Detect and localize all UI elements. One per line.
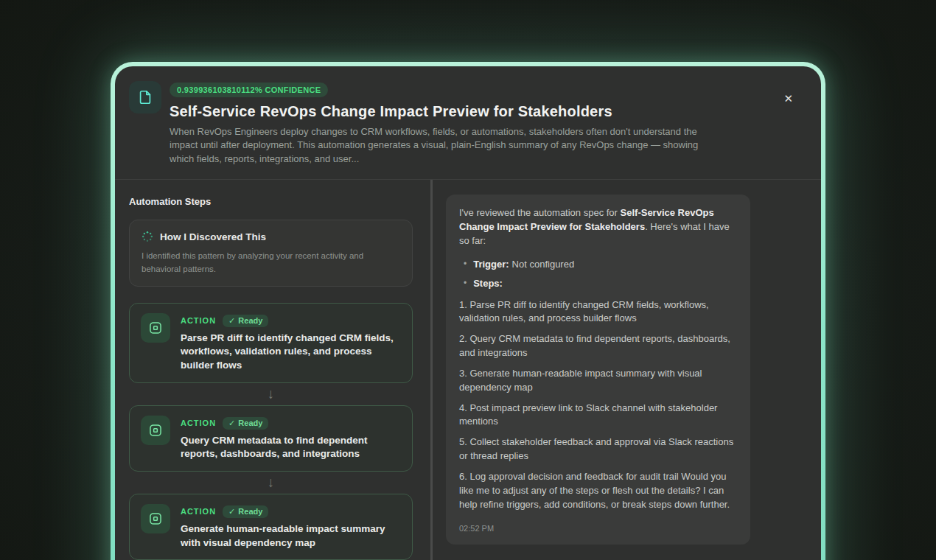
modal-header: 0.939936103810112% CONFIDENCE Self-Servi… (115, 66, 821, 180)
message-intro: I've reviewed the automation spec for Se… (459, 206, 737, 248)
message-timestamp: 02:52 PM (459, 523, 737, 535)
modal-body: Automation Steps (115, 180, 821, 560)
action-icon-tile (141, 416, 170, 445)
message-bullets: • Trigger: Not configured • Steps: (459, 258, 737, 291)
action-icon-tile (141, 504, 170, 533)
discovery-body: I identified this pattern by analyzing y… (142, 250, 400, 276)
close-button[interactable]: ✕ (782, 91, 794, 105)
steps-panel-heading: Automation Steps (129, 196, 413, 207)
step-title: Generate human-readable impact summary w… (181, 522, 401, 550)
discovery-card: How I Discovered This I identified this … (129, 220, 413, 287)
status-badge: ✓Ready (223, 505, 268, 518)
discovery-title: How I Discovered This (160, 231, 266, 242)
modal-surface: 0.939936103810112% CONFIDENCE Self-Servi… (115, 66, 821, 560)
automation-preview-modal: 0.939936103810112% CONFIDENCE Self-Servi… (111, 62, 825, 560)
numbered-step: 4. Post impact preview link to Slack cha… (459, 402, 737, 430)
step-type-label: ACTION (181, 507, 216, 516)
page-title: Self-Service RevOps Change Impact Previe… (170, 103, 719, 120)
flow-arrow-icon: ↓ (129, 472, 413, 494)
automation-steps-panel: Automation Steps (115, 180, 430, 560)
step-type-label: ACTION (181, 316, 216, 325)
action-icon (148, 321, 163, 335)
automation-description: When RevOps Engineers deploy changes to … (170, 125, 719, 166)
message-step-list: 1. Parse PR diff to identify changed CRM… (459, 298, 737, 512)
step-title: Query CRM metadata to find dependent rep… (181, 434, 401, 461)
step-card[interactable]: ACTION ✓Ready Parse PR diff to identify … (129, 303, 413, 383)
step-card[interactable]: ACTION ✓Ready Generate human-readable im… (129, 494, 413, 560)
document-icon (137, 89, 153, 105)
bullet-item: • Steps: (459, 277, 737, 291)
numbered-step: 3. Generate human-readable impact summar… (459, 367, 737, 395)
flow-arrow-icon: ↓ (129, 383, 413, 405)
status-badge: ✓Ready (223, 315, 268, 327)
action-icon (148, 423, 163, 438)
header-content: 0.939936103810112% CONFIDENCE Self-Servi… (170, 81, 719, 166)
document-icon-tile (129, 81, 161, 113)
step-title: Parse PR diff to identify changed CRM fi… (181, 332, 401, 373)
confidence-badge: 0.939936103810112% CONFIDENCE (170, 83, 328, 97)
action-icon-tile (141, 313, 170, 343)
assistant-message-bubble: I've reviewed the automation spec for Se… (446, 195, 750, 545)
step-type-label: ACTION (181, 419, 216, 427)
bullet-icon: • (464, 258, 467, 272)
close-icon: ✕ (783, 92, 793, 105)
action-icon (148, 511, 163, 526)
spinner-icon (142, 231, 153, 242)
numbered-step: 1. Parse PR diff to identify changed CRM… (459, 298, 737, 326)
numbered-step: 5. Collect stakeholder feedback and appr… (459, 435, 737, 463)
check-icon: ✓ (228, 419, 235, 428)
chat-panel: I've reviewed the automation spec for Se… (433, 180, 821, 560)
numbered-step: 2. Query CRM metadata to find dependent … (459, 332, 737, 360)
bullet-icon: • (464, 277, 467, 291)
numbered-step: 6. Log approval decision and feedback fo… (459, 470, 737, 512)
check-icon: ✓ (228, 316, 235, 326)
step-card[interactable]: ACTION ✓Ready Query CRM metadata to find… (129, 405, 413, 472)
check-icon: ✓ (228, 507, 235, 517)
status-badge: ✓Ready (223, 417, 268, 430)
bullet-item: • Trigger: Not configured (459, 258, 737, 272)
